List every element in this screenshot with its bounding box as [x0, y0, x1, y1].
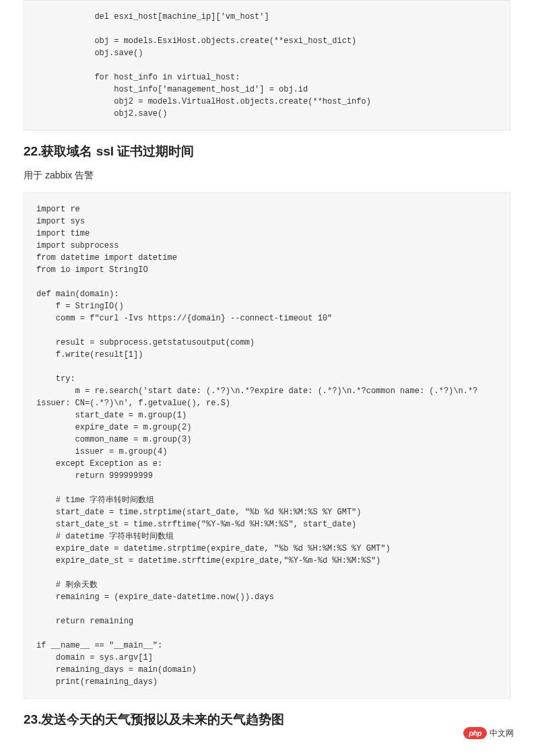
paragraph-zabbix: 用于 zabbix 告警: [24, 170, 510, 182]
code-block-esxi: del esxi_host[machine_ip]['vm_host'] obj…: [24, 0, 510, 131]
section-heading-23: 23.发送今天的天气预报以及未来的天气趋势图: [24, 711, 510, 728]
article-content: del esxi_host[machine_ip]['vm_host'] obj…: [0, 0, 534, 728]
section-heading-22: 22.获取域名 ssl 证书过期时间: [24, 143, 510, 160]
watermark-text: 中文网: [490, 728, 514, 739]
php-logo-badge: php: [463, 727, 487, 739]
code-block-ssl: import re import sys import time import …: [24, 193, 510, 699]
watermark: php 中文网: [463, 727, 514, 739]
